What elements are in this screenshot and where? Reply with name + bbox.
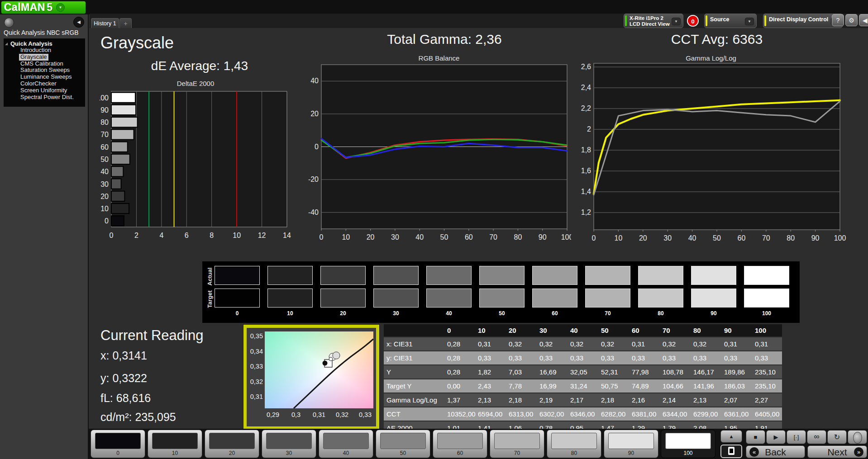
swatch-level-label: 0 bbox=[211, 310, 263, 317]
svg-text:60: 60 bbox=[738, 234, 746, 242]
sidebar-collapse-icon[interactable]: ◀ bbox=[73, 17, 84, 28]
pattern-window-icon[interactable] bbox=[720, 445, 742, 458]
sidebar-item-saturation-sweeps[interactable]: Saturation Sweeps bbox=[19, 67, 71, 74]
page-title: Grayscale bbox=[100, 33, 174, 52]
patch-button-80[interactable]: 80 bbox=[547, 430, 601, 458]
table-row-cct: CCT10352,006594,006313,006302,006346,006… bbox=[384, 407, 782, 421]
current-reading-x: x: 0,3141 bbox=[100, 349, 147, 362]
patch-button-10[interactable]: 10 bbox=[148, 430, 202, 458]
back-button[interactable]: « Back bbox=[746, 445, 805, 458]
tab-history-1[interactable]: History 1 bbox=[91, 18, 119, 28]
table-cell: 2,18 bbox=[505, 396, 536, 404]
table-cell: 0,28 bbox=[444, 368, 474, 376]
patch-button-90[interactable]: 90 bbox=[604, 430, 658, 458]
patch-swatch bbox=[95, 433, 141, 449]
table-cell: 2,18 bbox=[597, 396, 628, 404]
current-reading-y: y: 0,3322 bbox=[100, 372, 147, 385]
patch-swatch bbox=[494, 433, 540, 449]
cie-plot-area bbox=[265, 331, 373, 408]
meter-probe-icon[interactable] bbox=[848, 430, 867, 444]
table-cell: 0,00 bbox=[444, 382, 474, 390]
pattern-up-icon[interactable]: ▲ bbox=[720, 430, 742, 443]
next-button[interactable]: Next » bbox=[807, 445, 867, 458]
table-header-cell: 20 bbox=[505, 327, 536, 334]
panel-collapse-icon[interactable]: ◀ bbox=[859, 14, 868, 26]
swatch-level-label: 80 bbox=[634, 310, 687, 317]
patch-button-70[interactable]: 70 bbox=[490, 430, 544, 458]
table-cell: 6299,00 bbox=[690, 410, 720, 418]
meter-dropdown[interactable]: X-Rite i1Pro 2 LCD Direct View ▼ bbox=[624, 14, 683, 28]
table-cell: 6313,00 bbox=[505, 410, 536, 418]
svg-text:0: 0 bbox=[105, 217, 109, 225]
svg-text:10: 10 bbox=[233, 232, 241, 239]
svg-text:40: 40 bbox=[415, 233, 424, 241]
tree-root-quick-analysis[interactable]: Quick Analysis bbox=[4, 40, 85, 47]
help-icon[interactable]: ? bbox=[832, 14, 844, 26]
display-control-dropdown[interactable]: Direct Display Control ▼ bbox=[763, 14, 843, 28]
sidebar-item-luminance-sweeps[interactable]: Luminance Sweeps bbox=[19, 74, 73, 80]
table-cell: 6381,00 bbox=[628, 410, 659, 418]
session-led-button[interactable] bbox=[4, 18, 14, 28]
table-cell: 2,13 bbox=[474, 396, 505, 404]
swatch-level-label: 40 bbox=[423, 310, 475, 317]
target-swatch-50 bbox=[479, 289, 525, 308]
sidebar-item-spectral-power-dist[interactable]: Spectral Power Dist. bbox=[19, 94, 75, 101]
table-row-label: Y bbox=[384, 368, 444, 376]
app-logo-menu[interactable]: CalMAN 5 ▼ bbox=[1, 1, 86, 14]
bottom-bar: 0102030405060708090100 ▲ ■ ▶ [·] ∞ ↻ « B… bbox=[89, 429, 868, 459]
tab-add-button[interactable]: + bbox=[119, 18, 132, 28]
meter-dropdown-icon[interactable]: ▼ bbox=[672, 18, 681, 25]
sidebar-item-screen-uniformity[interactable]: Screen Uniformity bbox=[19, 87, 68, 94]
table-cell: 0,32 bbox=[597, 340, 628, 348]
target-swatch-60 bbox=[532, 289, 577, 308]
patch-button-40[interactable]: 40 bbox=[319, 430, 373, 458]
target-swatch-20 bbox=[320, 289, 366, 308]
tree-root-label: Quick Analysis bbox=[10, 40, 52, 47]
svg-text:2,4: 2,4 bbox=[581, 84, 591, 91]
sidebar-item-introduction[interactable]: Introduction bbox=[19, 47, 52, 54]
svg-text:2: 2 bbox=[134, 232, 138, 239]
refresh-icon[interactable]: ↻ bbox=[827, 430, 847, 444]
patch-button-50[interactable]: 50 bbox=[376, 430, 430, 458]
table-cell: 52,31 bbox=[597, 368, 628, 376]
sidebar-item-cms-calibration[interactable]: CMS Calibration bbox=[19, 61, 65, 67]
cie-chart-thumbnail[interactable]: 0,350,340,330,320,310,290,30,310,320,33 bbox=[243, 325, 379, 430]
play-icon[interactable]: ▶ bbox=[766, 430, 786, 444]
table-cell: 2,19 bbox=[536, 396, 567, 404]
logo-dropdown-icon[interactable]: ▼ bbox=[56, 3, 65, 12]
svg-text:30: 30 bbox=[663, 234, 672, 242]
meter-status-stripe bbox=[625, 15, 627, 26]
svg-text:100: 100 bbox=[100, 94, 109, 102]
patch-button-60[interactable]: 60 bbox=[433, 430, 487, 458]
settings-gear-icon[interactable]: ⚙ bbox=[845, 14, 858, 26]
svg-text:30: 30 bbox=[100, 180, 109, 188]
cie-y-tick-label: 0,34 bbox=[248, 348, 263, 355]
svg-text:50: 50 bbox=[713, 234, 721, 242]
patch-level-label: 80 bbox=[547, 450, 601, 456]
table-cell: 0,33 bbox=[505, 354, 536, 362]
source-status-stripe bbox=[706, 15, 707, 26]
table-cell: 0,33 bbox=[597, 354, 628, 362]
patch-button-20[interactable]: 20 bbox=[205, 430, 259, 458]
table-cell: 6361,00 bbox=[720, 410, 751, 418]
single-measure-icon[interactable]: [·] bbox=[787, 430, 806, 444]
source-dropdown-icon[interactable]: ▼ bbox=[745, 18, 754, 25]
deltae-bar-20 bbox=[111, 191, 124, 201]
stop-icon[interactable]: ■ bbox=[746, 430, 765, 444]
patch-button-100[interactable]: 100 bbox=[661, 430, 715, 458]
table-cell: 0,33 bbox=[628, 354, 659, 362]
patch-level-label: 40 bbox=[319, 450, 373, 456]
deltae-bar-80 bbox=[111, 117, 138, 127]
sidebar-item-grayscale[interactable]: Grayscale bbox=[19, 54, 48, 61]
source-dropdown[interactable]: Source ▼ bbox=[704, 14, 757, 28]
actual-swatch-80 bbox=[638, 266, 683, 285]
sidebar-item-colorchecker[interactable]: ColorChecker bbox=[19, 80, 57, 87]
tree-expander-icon[interactable] bbox=[5, 43, 8, 45]
table-cell: 0,33 bbox=[536, 354, 567, 362]
table-cell: 0,31 bbox=[628, 340, 659, 348]
patch-button-30[interactable]: 30 bbox=[262, 430, 316, 458]
continuous-measure-icon[interactable]: ∞ bbox=[807, 430, 826, 444]
patch-button-0[interactable]: 0 bbox=[91, 430, 145, 458]
table-cell: 6344,00 bbox=[659, 410, 690, 418]
svg-text:0: 0 bbox=[110, 232, 114, 239]
